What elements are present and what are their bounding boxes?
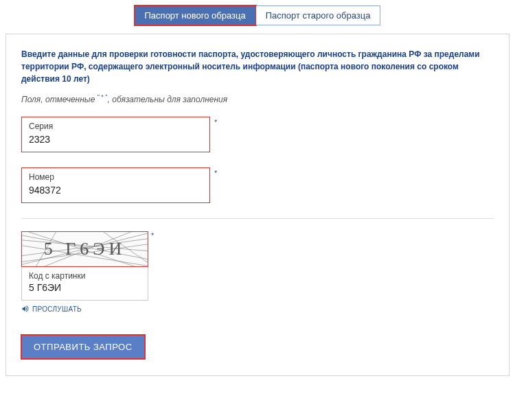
series-field-box: Серия: [21, 117, 210, 152]
number-field-box: Номер: [21, 167, 210, 203]
captcha-row: 5 Г6ЭИ *: [21, 231, 494, 267]
form-panel: Введите данные для проверки готовности п…: [5, 34, 510, 376]
required-star-icon: *: [214, 118, 217, 126]
tab-old-passport[interactable]: Паспорт старого образца: [256, 5, 381, 25]
tab-bar: Паспорт нового образца Паспорт старого о…: [5, 5, 510, 25]
captcha-image: 5 Г6ЭИ: [21, 231, 148, 267]
instruction-text: Введите данные для проверки готовности п…: [21, 48, 494, 85]
number-label: Номер: [29, 172, 203, 182]
required-note-prefix: Поля, отмеченные: [21, 95, 98, 104]
captcha-input-box: Код с картинки: [21, 266, 148, 301]
captcha-input[interactable]: [29, 281, 141, 294]
required-fields-note: Поля, отмеченные " * ", обязательны для …: [21, 93, 494, 104]
number-input[interactable]: [29, 183, 203, 197]
submit-button[interactable]: ОТПРАВИТЬ ЗАПРОС: [21, 335, 145, 359]
series-label: Серия: [29, 121, 203, 131]
required-star-icon: *: [214, 169, 217, 177]
captcha-image-text: 5 Г6ЭИ: [44, 239, 126, 259]
captcha-input-label: Код с картинки: [29, 271, 141, 281]
speaker-icon: [21, 305, 30, 313]
number-field-group: Номер *: [21, 167, 494, 203]
required-star-icon: *: [151, 231, 154, 240]
listen-captcha-link[interactable]: ПРОСЛУШАТЬ: [21, 305, 82, 313]
section-divider: [21, 218, 494, 219]
required-note-suffix: , обязательны для заполнения: [108, 95, 228, 104]
series-field-group: Серия *: [21, 117, 494, 152]
captcha-section: 5 Г6ЭИ * Код с картинки ПРОСЛУШАТЬ: [21, 231, 494, 316]
series-input[interactable]: [29, 132, 203, 146]
listen-label: ПРОСЛУШАТЬ: [32, 305, 82, 313]
tab-new-passport[interactable]: Паспорт нового образца: [135, 5, 256, 25]
asterisk-icon: " * ": [98, 93, 108, 100]
